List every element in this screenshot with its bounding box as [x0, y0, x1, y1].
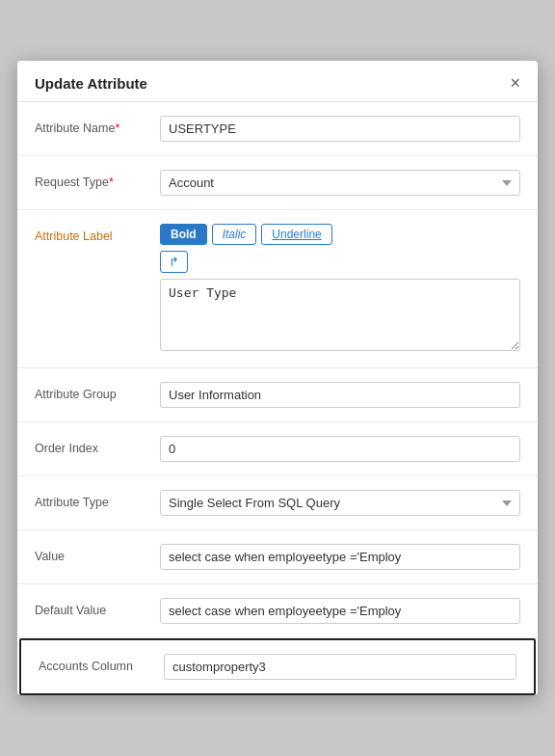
underline-button[interactable]: Underline	[261, 224, 331, 245]
bold-button[interactable]: Bold	[160, 224, 207, 245]
extra-toolbar: ↱	[160, 251, 520, 273]
attribute-group-label: Attribute Group	[35, 382, 160, 401]
default-value-label: Default Value	[35, 598, 160, 617]
attribute-name-control	[160, 116, 520, 142]
modal-title: Update Attribute	[35, 75, 147, 92]
accounts-column-label: Accounts Column	[39, 654, 164, 673]
attribute-type-row: Attribute Type Single Select From SQL Qu…	[17, 476, 538, 530]
value-control	[160, 544, 520, 570]
request-type-control: Account	[160, 170, 520, 196]
attribute-name-label: Attribute Name*	[35, 116, 160, 135]
order-index-control	[160, 436, 520, 462]
accounts-column-row: Accounts Column	[21, 640, 534, 693]
attribute-label-editor[interactable]: User Type	[160, 279, 520, 351]
attribute-label-label: Attribute Label	[35, 224, 160, 243]
attribute-group-control	[160, 382, 520, 408]
accounts-column-control	[164, 654, 516, 680]
request-type-select[interactable]: Account	[160, 170, 520, 196]
request-type-label: Request Type*	[35, 170, 160, 189]
default-value-row: Default Value	[17, 584, 538, 638]
modal-body: Attribute Name* Request Type* Account At…	[17, 102, 538, 695]
order-index-input[interactable]	[160, 436, 520, 462]
attribute-type-control: Single Select From SQL Query	[160, 490, 520, 516]
attribute-label-control: Bold Italic Underline ↱ User Type	[160, 224, 520, 354]
default-value-input[interactable]	[160, 598, 520, 624]
order-index-row: Order Index	[17, 422, 538, 476]
value-input[interactable]	[160, 544, 520, 570]
accounts-column-input[interactable]	[164, 654, 516, 680]
italic-button[interactable]: Italic	[212, 224, 257, 245]
order-index-label: Order Index	[35, 436, 160, 455]
attribute-label-row: Attribute Label Bold Italic Underline ↱ …	[17, 210, 538, 368]
attribute-name-input[interactable]	[160, 116, 520, 142]
attribute-type-label: Attribute Type	[35, 490, 160, 509]
value-label: Value	[35, 544, 160, 563]
accounts-column-highlighted-row: Accounts Column	[19, 638, 536, 695]
request-type-row: Request Type* Account	[17, 156, 538, 210]
update-attribute-modal: Update Attribute × Attribute Name* Reque…	[17, 61, 538, 695]
attribute-group-input[interactable]	[160, 382, 520, 408]
default-value-control	[160, 598, 520, 624]
close-button[interactable]: ×	[510, 74, 520, 92]
attribute-name-row: Attribute Name*	[17, 102, 538, 156]
attribute-group-row: Attribute Group	[17, 368, 538, 422]
attribute-type-select[interactable]: Single Select From SQL Query	[160, 490, 520, 516]
share-icon-button[interactable]: ↱	[160, 251, 188, 273]
value-row: Value	[17, 530, 538, 584]
format-toolbar: Bold Italic Underline	[160, 224, 520, 245]
modal-header: Update Attribute ×	[17, 61, 538, 102]
